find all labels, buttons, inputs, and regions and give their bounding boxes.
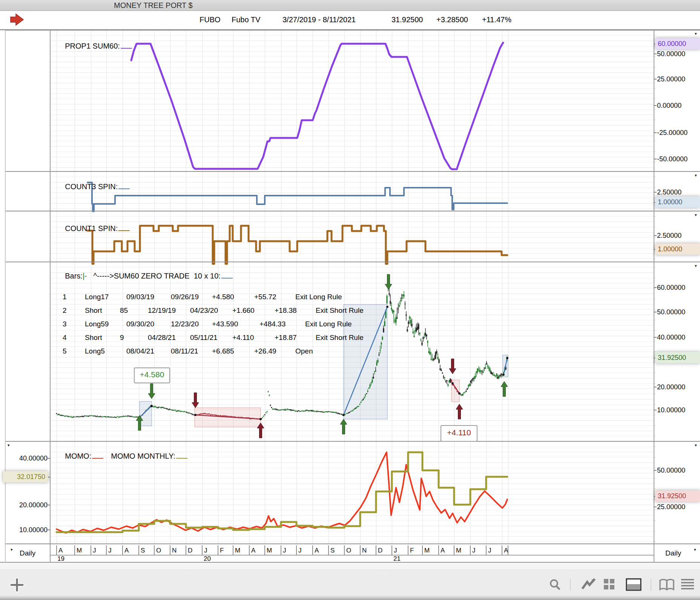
pane-label-prop1[interactable]: PROP1 SUM60: bbox=[57, 33, 132, 59]
trade-row-cell: 12/23/20 bbox=[171, 320, 199, 328]
month-tick-label: M bbox=[267, 547, 272, 554]
trade-row-cell: 04/28/21 bbox=[148, 334, 176, 342]
axis-tick-label: 0.00000 bbox=[657, 101, 682, 110]
trade-row-cell: Exit Short Rule bbox=[316, 334, 364, 342]
axis-tick-label: 10.00000 bbox=[0, 526, 48, 534]
momo-monthly-param-link[interactable] bbox=[176, 453, 187, 459]
month-tick-label: J bbox=[93, 547, 96, 554]
zoom-tool-button search-icon[interactable] bbox=[551, 580, 560, 589]
axis-tick-label: 2.50000 bbox=[657, 231, 682, 240]
month-tick-label: J bbox=[204, 547, 207, 554]
exit-down-arrow bbox=[449, 359, 456, 374]
chart-tool-button chart-line-icon[interactable] bbox=[582, 579, 595, 589]
workbook-button book-icon[interactable] bbox=[660, 580, 674, 590]
axis-tick-label: -25.00000 bbox=[657, 129, 688, 137]
axis-tick-label: 25.00000 bbox=[657, 503, 685, 511]
trade-row-cell: 4 bbox=[63, 334, 67, 342]
trade-result-callout: +4.580 bbox=[134, 367, 170, 383]
month-tick-label: A bbox=[504, 547, 508, 554]
trade-row-cell: 12/19/19 bbox=[148, 306, 176, 315]
count3-param-link[interactable] bbox=[118, 183, 130, 189]
trade-row-cell: 85 bbox=[120, 306, 128, 315]
month-tick-label: M bbox=[424, 547, 430, 554]
axis-tick-label: 25.00000 bbox=[657, 75, 685, 83]
year-tick-label: 20 bbox=[204, 555, 211, 563]
bars-param-link[interactable] bbox=[221, 272, 233, 279]
trade-row-cell: 08/04/21 bbox=[126, 347, 154, 355]
trade-row-cell: 08/11/21 bbox=[171, 347, 198, 355]
month-tick-label: J bbox=[488, 547, 491, 554]
dropdown-arrow-icon[interactable]: ▾ bbox=[695, 264, 697, 268]
month-tick-label: A bbox=[441, 547, 445, 554]
trade-row-cell: +43.590 bbox=[212, 320, 238, 328]
axis-tick-label: 20.00000 bbox=[657, 383, 685, 391]
add-pane-button plus-icon[interactable] bbox=[11, 579, 23, 591]
month-tick-label: J bbox=[108, 547, 112, 554]
dropdown-arrow-icon[interactable]: ▾ bbox=[695, 213, 697, 217]
trade-row-cell: Open bbox=[295, 347, 313, 355]
month-tick-label: A bbox=[251, 547, 255, 554]
month-tick-label: J bbox=[394, 547, 397, 554]
entry-up-arrow bbox=[456, 404, 463, 419]
panel-view-button panel-icon[interactable] bbox=[626, 579, 641, 590]
month-tick-label: A bbox=[315, 547, 319, 554]
axis-current-value: 31.92500 bbox=[655, 352, 700, 363]
trade-row-cell: 5 bbox=[63, 347, 67, 355]
month-tick-label: J bbox=[472, 547, 476, 554]
axis-tick-label: 40.00000 bbox=[657, 333, 685, 341]
exit-down-arrow bbox=[192, 393, 199, 408]
pane-label-count3[interactable]: COUNT3 SPIN: bbox=[57, 174, 130, 200]
pane-label-momo-monthly[interactable]: MOMO MONTHLY: bbox=[103, 443, 187, 469]
month-tick-label: S bbox=[330, 547, 335, 554]
axis-current-value: 32.01750 bbox=[3, 471, 48, 482]
bottom-toolbar bbox=[0, 563, 700, 600]
list-view-button menu-icon[interactable] bbox=[681, 580, 694, 589]
month-tick-label: N bbox=[172, 547, 177, 554]
axis-tick-label: 20.00000 bbox=[0, 501, 48, 509]
axis-current-value: 31.92500 bbox=[655, 490, 700, 502]
trade-row-cell: 09/03/19 bbox=[126, 293, 154, 301]
trade-row-cell: Exit Short Rule bbox=[316, 306, 364, 315]
pane-label-bars[interactable]: Bars:|- ^----->SUM60 ZERO TRADE 10 x 10: bbox=[57, 263, 233, 289]
dropdown-arrow-icon[interactable]: ▾ bbox=[11, 548, 13, 552]
month-tick-label: D bbox=[188, 547, 192, 554]
dropdown-arrow-icon[interactable]: ▾ bbox=[694, 548, 696, 552]
pane-label-count1[interactable]: COUNT1 SPIN: bbox=[57, 216, 130, 242]
trade-row-cell: +484.33 bbox=[259, 320, 286, 328]
dropdown-arrow-icon[interactable]: ▾ bbox=[8, 443, 10, 447]
dropdown-arrow-icon[interactable]: ▾ bbox=[695, 173, 697, 178]
prop1-param-link[interactable] bbox=[121, 43, 132, 49]
dropdown-arrow-icon[interactable]: ▾ bbox=[695, 32, 697, 36]
month-tick-label: M bbox=[235, 547, 240, 554]
pane-label-momo[interactable]: MOMO: bbox=[57, 443, 103, 469]
trade-row-cell: Short bbox=[85, 306, 102, 315]
axis-tick-label: 40.00000 bbox=[0, 454, 48, 462]
trade-row-cell: 1 bbox=[63, 293, 67, 301]
trade-row-cell: +4.580 bbox=[212, 293, 234, 301]
axis-tick-label: 10.00000 bbox=[657, 406, 685, 414]
trade-row-cell: 09/30/20 bbox=[126, 320, 154, 328]
long-trade-band bbox=[140, 401, 152, 426]
layout-grid-button grid-icon[interactable] bbox=[604, 579, 614, 589]
trade-row-cell: Short bbox=[85, 334, 102, 342]
month-tick-label: O bbox=[156, 547, 161, 554]
month-tick-label: O bbox=[346, 547, 351, 554]
count1-param-link[interactable] bbox=[118, 225, 130, 231]
axis-tick-label: 50.00000 bbox=[657, 466, 685, 474]
trade-row-cell: +18.87 bbox=[275, 334, 297, 342]
dropdown-arrow-icon[interactable]: ▾ bbox=[695, 443, 697, 447]
trade-row-cell: 09/26/19 bbox=[171, 293, 199, 301]
app-window: MONEY TREE PORT $ FUBO Fubo TV 3/27/2019… bbox=[0, 0, 700, 600]
axis-tick-label: 50.00000 bbox=[657, 50, 685, 58]
momo-param-link[interactable] bbox=[92, 453, 103, 459]
axis-tick-label: 60.00000 bbox=[657, 283, 685, 292]
trade-row-cell: +55.72 bbox=[254, 293, 276, 301]
month-tick-label: S bbox=[141, 547, 145, 554]
interval-selector-right[interactable]: Daily bbox=[665, 549, 681, 557]
trade-row-cell: 05/11/21 bbox=[190, 334, 218, 342]
trade-row-cell: +1.660 bbox=[232, 306, 255, 315]
interval-selector-left[interactable]: Daily bbox=[20, 549, 35, 557]
exit-down-arrow bbox=[385, 274, 392, 289]
month-tick-label: M bbox=[456, 547, 461, 554]
axis-tick-label: -50.00000 bbox=[657, 155, 688, 163]
